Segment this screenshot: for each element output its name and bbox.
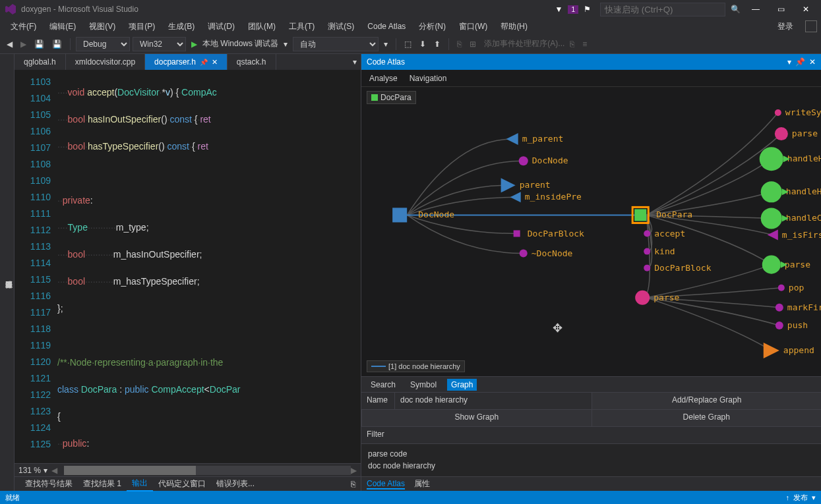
ctab-graph[interactable]: Graph: [447, 379, 477, 391]
menu-team[interactable]: 团队(M): [241, 19, 282, 34]
platform-select[interactable]: Win32: [133, 37, 186, 51]
filter-icon[interactable]: ▼: [555, 5, 563, 14]
tab-qglobal[interactable]: qglobal.h: [15, 54, 66, 70]
debugger-dropdown[interactable]: ▾: [281, 38, 290, 50]
toolbar-icon-2[interactable]: ⬇: [417, 38, 429, 50]
scroll-left-icon[interactable]: ◀: [51, 466, 57, 475]
ca-btab-properties[interactable]: 属性: [414, 478, 430, 490]
menu-file[interactable]: 文件(F): [4, 19, 43, 34]
menu-debug[interactable]: 调试(D): [201, 19, 241, 34]
btab-output[interactable]: 输出: [127, 476, 153, 491]
menu-codeatlas[interactable]: Code Atlas: [361, 20, 412, 33]
publish-label[interactable]: 发布: [793, 493, 808, 503]
btab-error-list[interactable]: 错误列表...: [211, 477, 260, 491]
flag-icon[interactable]: ⚑: [584, 5, 591, 14]
horizontal-scrollbar[interactable]: [64, 466, 351, 475]
toolbar-icon-1[interactable]: ⬚: [402, 38, 414, 50]
graph-area[interactable]: DocPara DocNodem_parentDocNodeparentm_in…: [361, 87, 821, 376]
filter-list[interactable]: parse code doc node hierarchy: [361, 443, 821, 476]
code-area[interactable]: 1103110411051106110711081109111011111112…: [15, 70, 361, 463]
codeatlas-dropdown-icon[interactable]: ▾: [787, 57, 791, 67]
forward-button[interactable]: ▶: [18, 38, 29, 50]
quick-launch-input[interactable]: [600, 3, 725, 16]
name-value[interactable]: doc node hierarchy: [394, 393, 592, 409]
menu-build[interactable]: 生成(B): [162, 19, 201, 34]
filter-label: Filter: [361, 427, 821, 443]
svg-point-3: [519, 156, 528, 165]
add-replace-button[interactable]: Add/Replace Graph: [592, 393, 821, 409]
minimize-button[interactable]: —: [746, 3, 766, 16]
svg-text:append: append: [783, 345, 814, 355]
ctab-search[interactable]: Search: [367, 379, 400, 391]
search-icon[interactable]: 🔍: [731, 5, 741, 14]
menu-view[interactable]: 视图(V): [82, 19, 122, 34]
save-button[interactable]: 💾: [32, 38, 47, 50]
menu-project[interactable]: 项目(P): [122, 19, 162, 34]
close-icon[interactable]: ✕: [212, 58, 218, 67]
menu-tools[interactable]: 工具(T): [282, 19, 321, 34]
editor-area: qglobal.h xmldocvisitor.cpp docparser.h📌…: [15, 54, 361, 491]
svg-text:handleCo: handleCo: [786, 213, 821, 223]
start-debug-button[interactable]: ▶: [189, 38, 200, 50]
config-select[interactable]: Debug: [76, 37, 130, 51]
btab-find-results[interactable]: 查找结果 1: [78, 477, 127, 491]
selected-node-badge: DocPara: [367, 91, 416, 104]
unknown-icon[interactable]: ▾: [381, 38, 390, 50]
line-gutter: 1103110411051106110711081109111011111112…: [15, 70, 57, 463]
ctab-symbol[interactable]: Symbol: [406, 379, 441, 391]
toolbar-icon-3[interactable]: ⬆: [431, 38, 443, 50]
pin-icon[interactable]: 📌: [200, 59, 208, 66]
scroll-right-icon[interactable]: ▶: [351, 466, 357, 475]
target-select[interactable]: 自动: [293, 37, 379, 51]
login-link[interactable]: 登录: [777, 21, 800, 32]
server-explorer-sidebar[interactable]: 服务器资源管理器: [0, 54, 15, 491]
tab-xmldocvisitor[interactable]: xmldocvisitor.cpp: [66, 54, 145, 70]
filter-item[interactable]: parse code: [368, 448, 814, 460]
codeatlas-navigation[interactable]: Navigation: [410, 74, 447, 83]
publish-up-icon[interactable]: ↑: [786, 493, 790, 501]
svg-text:parse: parse: [792, 128, 818, 138]
svg-text:handleHtn: handleHtn: [786, 186, 821, 196]
menu-window[interactable]: 窗口(W): [452, 19, 494, 34]
tab-docparser[interactable]: docparser.h📌✕: [145, 54, 228, 70]
toolbar-icon-7[interactable]: ≡: [580, 38, 590, 50]
menu-edit[interactable]: 编辑(E): [43, 19, 82, 34]
menu-test[interactable]: 测试(S): [321, 19, 361, 34]
toolbar-icon-5[interactable]: ⊞: [467, 38, 479, 50]
btab-menu-icon[interactable]: ⎘: [351, 480, 355, 489]
close-button[interactable]: ✕: [796, 3, 816, 16]
menu-analyze[interactable]: 分析(N): [412, 19, 452, 34]
add-handler-label[interactable]: 添加事件处理程序(A)...: [484, 38, 564, 49]
toolbar-icon-6[interactable]: ⎘: [567, 38, 577, 50]
codeatlas-pane: Code Atlas ▾ 📌 ✕ Analyse Navigation DocP…: [361, 54, 821, 491]
tab-overflow-icon[interactable]: ▾: [353, 57, 357, 67]
svg-text:parent: parent: [520, 180, 551, 190]
code-lines[interactable]: ····void·accept(DocVisitor·*v)·{·CompAc …: [57, 70, 361, 463]
toolbar-icon-4[interactable]: ⎘: [454, 38, 464, 50]
notification-badge[interactable]: 1: [568, 5, 578, 14]
zoom-dropdown-icon[interactable]: ▾: [44, 466, 47, 475]
codeatlas-pin-icon[interactable]: 📌: [795, 57, 805, 67]
svg-text:m_insidePre: m_insidePre: [525, 192, 582, 202]
btab-find-symbol[interactable]: 查找符号结果: [20, 477, 78, 491]
show-graph-button[interactable]: Show Graph: [361, 410, 592, 426]
publish-dropdown-icon[interactable]: ▾: [812, 493, 816, 502]
svg-text:m_isFirst: m_isFirst: [782, 230, 821, 240]
codeatlas-close-icon[interactable]: ✕: [809, 57, 816, 67]
codeatlas-analyse[interactable]: Analyse: [369, 74, 398, 83]
filter-item[interactable]: doc node hierarchy: [368, 460, 814, 472]
ca-btab-codeatlas[interactable]: Code Atlas: [367, 479, 405, 490]
codeatlas-titlebar: Code Atlas ▾ 📌 ✕: [361, 54, 821, 70]
svg-point-14: [644, 230, 650, 237]
name-label: Name: [361, 393, 394, 409]
user-icon[interactable]: [805, 20, 817, 32]
back-button[interactable]: ◀: [4, 38, 15, 50]
delete-graph-button[interactable]: Delete Graph: [592, 410, 822, 426]
save-all-button[interactable]: 💾: [49, 38, 65, 50]
btab-code-def[interactable]: 代码定义窗口: [153, 477, 211, 491]
maximize-button[interactable]: ▭: [771, 3, 791, 16]
debugger-label[interactable]: 本地 Windows 调试器: [202, 38, 278, 49]
zoom-level[interactable]: 131 %: [18, 466, 41, 475]
tab-qstack[interactable]: qstack.h: [228, 54, 276, 70]
menu-help[interactable]: 帮助(H): [494, 19, 534, 34]
